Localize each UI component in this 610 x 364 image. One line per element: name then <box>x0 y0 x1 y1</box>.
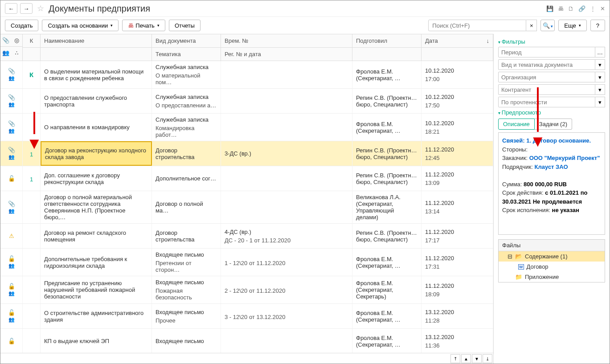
filter-org[interactable] <box>498 72 595 82</box>
table-row[interactable]: ⚠Договор на ремонт складского помещенияД… <box>0 224 493 249</box>
filter-period[interactable] <box>498 47 595 57</box>
lock-icon: 🔓 <box>8 176 15 182</box>
page-title: Документы предприятия <box>49 4 150 14</box>
table-row[interactable]: 📎👥КО выделении материальной помощи в свя… <box>0 61 493 89</box>
tab-description[interactable]: Описание <box>498 119 535 130</box>
tree-folder-content[interactable]: ⊟📂Содержание (1) <box>499 251 605 262</box>
filter-contragent[interactable] <box>498 84 595 95</box>
table-row[interactable]: 📎👥О предоставлении служебного транспорта… <box>0 89 493 114</box>
grp-icon: 👥 <box>8 154 15 160</box>
table-row[interactable]: 📎👥Договор о полной материальной ответств… <box>0 191 493 224</box>
grp-icon: 👥 <box>8 208 15 214</box>
lock-icon: 🔓 <box>8 283 15 290</box>
grp-icon: 👥 <box>8 317 15 323</box>
clip-icon: 📎 <box>8 200 15 207</box>
menu-icon[interactable]: ⋮ <box>590 5 596 12</box>
grp-icon: 👥 <box>8 128 15 134</box>
status-icon: ◎ <box>12 34 23 46</box>
search-clear-button[interactable]: × <box>526 20 537 31</box>
lock-icon: 🔓 <box>8 256 15 262</box>
create-based-button[interactable]: Создать на основании▾ <box>42 20 119 31</box>
warn-icon: ⚠ <box>8 233 15 239</box>
search-button[interactable]: 🔍▾ <box>540 20 555 31</box>
down-button[interactable]: ▼ <box>472 354 482 363</box>
clip-icon: 📎 <box>8 68 15 74</box>
lock-icon: 🔓 <box>8 338 15 344</box>
table-row[interactable]: 🔓👥Предписание по устранению нарушений тр… <box>0 276 493 304</box>
save-icon[interactable]: 💾 <box>546 5 553 12</box>
table-row[interactable]: 📎👥О направлении в командировкуСлужебная … <box>0 114 493 141</box>
tree-file-contract[interactable]: WДоговор <box>499 262 605 272</box>
preview-content: Связей: 1. Договор основание. Стороны: З… <box>498 132 605 235</box>
search-input[interactable] <box>428 20 526 31</box>
filter-kind[interactable] <box>498 59 595 70</box>
filter-read[interactable] <box>498 97 595 107</box>
nav-forward-button[interactable]: → <box>20 3 33 14</box>
table-row[interactable]: 🔓👥Дополнительные требования к гидроизоля… <box>0 249 493 276</box>
hierarchy-icon: ⛬ <box>12 47 23 59</box>
star-icon[interactable]: ☆ <box>37 4 44 13</box>
group-icon: 👥 <box>0 47 12 59</box>
files-header: Файлы <box>499 240 605 251</box>
close-icon[interactable]: ✕ <box>600 5 605 12</box>
nav-back-button[interactable]: ← <box>5 3 17 14</box>
table-row[interactable]: 📎👥1Договор на реконструкцию холодного ск… <box>0 141 493 166</box>
clip-icon: 📎 <box>8 121 15 127</box>
preview-section[interactable]: Предпросмотр <box>498 109 605 116</box>
attach-icon: 📎 <box>0 34 12 46</box>
tree-folder-attachment[interactable]: ⊟📁Приложение <box>499 272 605 282</box>
last-button[interactable]: ⤓ <box>483 354 492 363</box>
compare-icon[interactable]: 🗋 <box>568 5 574 12</box>
create-button[interactable]: Создать <box>5 20 38 31</box>
grp-icon: 👥 <box>8 102 15 108</box>
grp-icon: 👥 <box>8 75 15 82</box>
table-row[interactable]: 🔓1Доп. соглашение к договору реконструкц… <box>0 166 493 191</box>
clip-icon: 📎 <box>8 94 15 101</box>
print-icon[interactable]: 🖶 <box>558 5 564 12</box>
tab-tasks[interactable]: Задачи (2) <box>535 119 572 130</box>
grid-nav: ⤒ ▲ ▼ ⤓ <box>0 353 493 364</box>
clip-icon: 📎 <box>8 147 15 153</box>
print-button[interactable]: 🖶Печать▾ <box>122 20 165 31</box>
grid-header: 📎◎ 👥⛬ К Наименование Вид документаТемати… <box>0 34 493 61</box>
grp-icon: 👥 <box>8 290 15 297</box>
grp-icon: 👥 <box>8 263 15 269</box>
link-icon[interactable]: 🔗 <box>578 5 585 12</box>
up-button[interactable]: ▲ <box>461 354 471 363</box>
reports-button[interactable]: Отчеты <box>169 20 201 31</box>
filters-section[interactable]: Фильтры <box>498 38 605 45</box>
more-button[interactable]: Еще▾ <box>558 20 586 31</box>
first-button[interactable]: ⤒ <box>450 354 460 363</box>
table-row[interactable]: 🔓КП о выдаче ключей ЭПВходящее письмоФро… <box>0 329 493 353</box>
preview-links[interactable]: Связей: 1. Договор основание. <box>502 137 591 144</box>
help-button[interactable]: ? <box>590 20 605 31</box>
lock-icon: 🔓 <box>8 310 15 316</box>
table-row[interactable]: 🔓👥О строительстве административного здан… <box>0 304 493 329</box>
